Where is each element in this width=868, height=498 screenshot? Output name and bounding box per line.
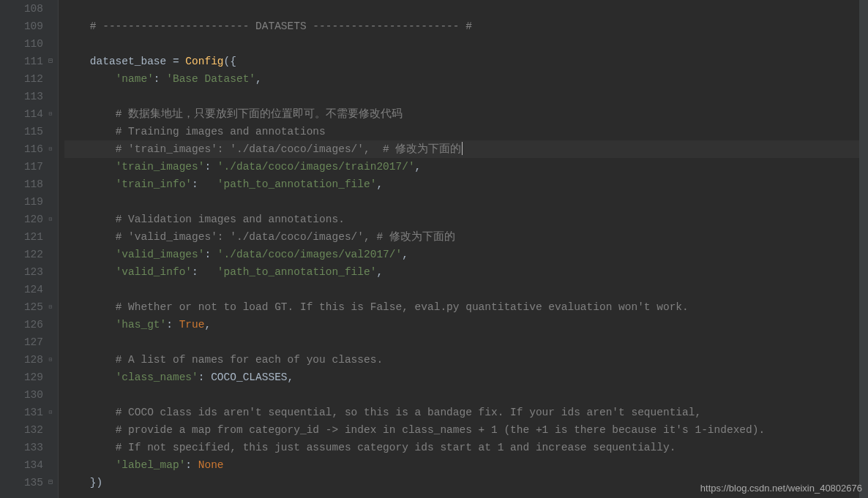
code-line[interactable]: # COCO class ids aren't sequential, so t… [64, 404, 868, 421]
code-token [64, 266, 116, 278]
line-number: 128 [0, 351, 43, 369]
fold-region-icon[interactable]: ⊟ [46, 105, 55, 123]
code-token [64, 354, 116, 366]
line-number: 129 [0, 369, 43, 386]
code-token: 'class_names' [116, 371, 198, 383]
code-line[interactable]: # 'train_images': './data/coco/images/',… [64, 140, 868, 158]
code-token: , [255, 73, 262, 85]
code-token: 'name' [116, 73, 154, 85]
code-token [64, 371, 116, 383]
fold-region-icon[interactable]: ⊟ [46, 404, 55, 421]
code-line[interactable]: # Validation images and annotations. [64, 211, 868, 228]
code-line[interactable] [64, 281, 868, 298]
scrollbar[interactable] [859, 0, 868, 498]
code-line[interactable]: 'train_info': 'path_to_annotation_file', [64, 176, 868, 193]
code-line[interactable] [64, 0, 868, 18]
code-line[interactable] [64, 333, 868, 351]
code-line[interactable]: # provide a map from category_id -> inde… [64, 421, 868, 439]
code-token [64, 178, 116, 190]
code-line[interactable]: # 数据集地址，只要放到下面的位置即可。不需要修改代码 [64, 105, 868, 123]
watermark: https://blog.csdn.net/weixin_40802676 [700, 483, 862, 494]
fold-empty [46, 246, 55, 263]
code-token: # provide a map from category_id -> inde… [116, 424, 766, 436]
code-line[interactable]: 'train_images': './data/coco/images/trai… [64, 158, 868, 176]
fold-empty [46, 123, 55, 140]
fold-empty [46, 456, 55, 474]
fold-open-icon[interactable]: ⊟ [46, 53, 55, 70]
code-line[interactable] [64, 88, 868, 105]
code-line[interactable]: 'valid_info': 'path_to_annotation_file', [64, 263, 868, 281]
code-line[interactable]: 'valid_images': './data/coco/images/val2… [64, 246, 868, 263]
code-line[interactable]: # 'valid_images': './data/coco/images/',… [64, 228, 868, 246]
fold-empty [46, 0, 55, 18]
fold-region-icon[interactable]: ⊟ [46, 298, 55, 316]
code-token [64, 214, 116, 225]
code-line[interactable]: # If not specified, this just assumes ca… [64, 439, 868, 456]
code-token: './data/coco/images/train2017/' [217, 161, 415, 173]
line-number: 122 [0, 246, 43, 263]
code-token: ({ [224, 56, 236, 67]
line-number: 114 [0, 105, 43, 123]
code-token: # A list of names for each of you classe… [116, 354, 383, 366]
code-line[interactable]: # A list of names for each of you classe… [64, 351, 868, 369]
code-token: './data/coco/images/val2017/' [217, 249, 402, 260]
line-number: 111 [0, 53, 43, 70]
code-token: # Whether or not to load GT. If this is … [116, 301, 689, 313]
fold-marks[interactable]: ⊟⊟⊟⊟⊟⊟⊟⊟ [46, 0, 55, 491]
code-token [64, 231, 116, 243]
code-line[interactable]: # Training images and annotations [64, 123, 868, 140]
line-number: 109 [0, 18, 43, 35]
code-line[interactable]: 'label_map': None [64, 456, 868, 474]
code-token [64, 319, 116, 331]
fold-close-icon[interactable]: ⊟ [46, 474, 55, 491]
fold-empty [46, 439, 55, 456]
code-token [64, 73, 116, 85]
fold-empty [46, 263, 55, 281]
line-number: 119 [0, 193, 43, 211]
code-area[interactable]: # ----------------------- DATASETS -----… [59, 0, 868, 498]
code-line[interactable]: 'class_names': COCO_CLASSES, [64, 369, 868, 386]
text-cursor [462, 142, 463, 155]
fold-empty [46, 421, 55, 439]
line-number: 134 [0, 456, 43, 474]
fold-region-icon[interactable]: ⊟ [46, 351, 55, 369]
line-number: 130 [0, 386, 43, 404]
fold-empty [46, 333, 55, 351]
fold-region-icon[interactable]: ⊟ [46, 140, 55, 158]
code-line[interactable] [64, 386, 868, 404]
code-token: : [192, 266, 217, 278]
fold-empty [46, 228, 55, 246]
fold-empty [46, 386, 55, 404]
gutter: 1081091101111121131141151161171181191201… [0, 0, 59, 498]
code-editor[interactable]: 1081091101111121131141151161171181191201… [0, 0, 868, 498]
code-token: True [179, 319, 205, 331]
code-token: , [376, 266, 383, 278]
code-token: # ----------------------- DATASETS -----… [90, 20, 472, 32]
code-line[interactable] [64, 193, 868, 211]
code-token [64, 249, 116, 260]
code-line[interactable]: 'name': 'Base Dataset', [64, 70, 868, 88]
line-number: 133 [0, 439, 43, 456]
code-token [64, 20, 90, 32]
code-line[interactable]: # ----------------------- DATASETS -----… [64, 18, 868, 35]
code-token: 'valid_images' [116, 249, 205, 260]
line-number: 118 [0, 176, 43, 193]
code-token: # Training images and annotations [116, 126, 326, 137]
code-token: : [204, 161, 217, 173]
line-number: 115 [0, 123, 43, 140]
code-token: : [192, 178, 217, 190]
code-line[interactable]: dataset_base = Config({ [64, 53, 868, 70]
code-line[interactable] [64, 35, 868, 53]
code-token: # Validation images and annotations. [116, 214, 345, 225]
line-number: 121 [0, 228, 43, 246]
fold-region-icon[interactable]: ⊟ [46, 211, 55, 228]
code-line[interactable]: 'has_gt': True, [64, 316, 868, 333]
code-line[interactable]: # Whether or not to load GT. If this is … [64, 298, 868, 316]
code-token: # 'train_images': './data/coco/images/',… [116, 143, 462, 155]
code-token: 'train_images' [116, 161, 205, 173]
code-token: , [402, 249, 408, 260]
fold-empty [46, 158, 55, 176]
code-token [64, 459, 116, 471]
line-number: 116 [0, 140, 43, 158]
line-number: 110 [0, 35, 43, 53]
